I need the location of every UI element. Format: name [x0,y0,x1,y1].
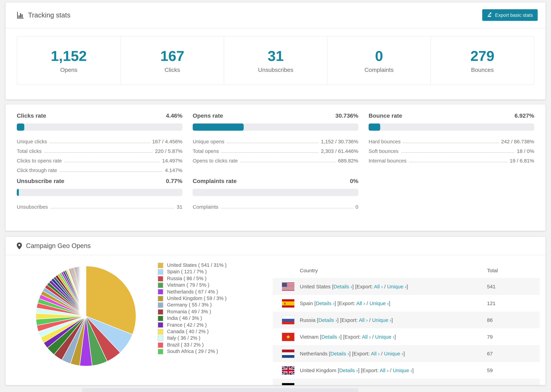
details-link[interactable]: Details › [333,284,352,289]
country-cell: Russia [Details ›] [Export: All › / Uniq… [300,317,487,323]
country-name: United States [300,284,331,289]
rate-detail-row: Unique opens1,152 / 30.736% [193,135,358,144]
details-link[interactable]: Details › [324,384,343,385]
details-link[interactable]: Details › [316,300,335,306]
rate-value: 30.736% [335,112,358,119]
geo-opens-title: Campaign Geo Opens [26,242,91,250]
flag-icon-nl [282,350,294,358]
rate-head: Opens rate30.736% [193,112,358,119]
geo-opens-legend: United States ( 541 / 31% )Spain ( 121 /… [158,262,226,355]
total-value: 541 [487,284,540,289]
legend-label: Spain ( 121 / 7% ) [167,269,207,275]
legend-label: United States ( 541 / 31% ) [167,262,226,269]
tracking-stats-header: Tracking stats Export basic stats [6,2,545,28]
stats-summary-grid: 1,152Opens167Clicks31Unsubscribes0Compla… [17,36,534,85]
rate-detail-row: Clicks to opens rate14.497% [17,154,182,163]
export-unique-link[interactable]: Unique › [384,351,403,357]
details-link[interactable]: Details › [321,334,340,340]
stat-label: Unsubscribes [258,67,293,73]
details-link[interactable]: Details › [330,351,349,357]
legend-swatch [158,269,163,275]
rate-detail-rows: Unique opens1,152 / 30.736%Total opens2,… [193,135,358,163]
table-row: United States [Details ›] [Export: All ›… [273,278,540,295]
rate-detail-rows: Unique clicks167 / 4.456%Total clicks220… [17,135,182,173]
legend-swatch [158,263,163,268]
rate-block-opens-rate: Opens rate30.736%Unique opens1,152 / 30.… [193,112,358,173]
legend-swatch [158,349,163,354]
stat-label: Opens [60,67,77,73]
detail-value: 2,303 / 61.446% [321,148,358,154]
export-unique-link[interactable]: Unique › [369,300,389,306]
bracket-text: ] [Export: [340,334,362,340]
legend-label: Vietnam ( 79 / 5% ) [167,282,209,288]
export-basic-stats-button[interactable]: Export basic stats [482,9,538,21]
map-pin-icon [17,242,22,249]
geo-table-header-row: Country Total [273,262,540,278]
rate-detail-row: Hard bounces242 / 86.738% [369,135,534,144]
total-value: 86 [487,317,540,323]
campaign-geo-opens-card: Campaign Geo Opens United States ( 541 /… [6,237,545,385]
export-unique-link[interactable]: Unique › [377,384,397,385]
stat-label: Bounces [471,67,494,73]
bracket-text: [ [331,284,333,289]
export-all-link[interactable]: All › [359,317,368,323]
legend-item: Vietnam ( 79 / 5% ) [158,282,226,288]
detail-value: 1,152 / 30.736% [321,139,358,144]
detail-label: Click through rate [17,167,57,173]
total-value: 59 [487,367,540,373]
export-unique-link[interactable]: Unique › [372,317,391,323]
detail-label: Unique clicks [17,139,47,144]
stat-opens: 1,152Opens [17,37,120,84]
export-all-link[interactable]: All › [371,351,380,357]
export-all-link[interactable]: All › [374,284,383,289]
legend-swatch [158,329,163,335]
legend-item: Brazil ( 33 / 2% ) [158,342,226,348]
bar-chart-icon [17,12,24,19]
bracket-text: [ [313,300,316,306]
dotted-leader [221,208,353,208]
rate-detail-row: Unsubscribes31 [17,200,182,210]
bracket-text: / [380,351,384,357]
stat-bounces: 279Bounces [431,37,534,84]
rate-value: 0% [350,178,358,185]
export-all-link[interactable]: All › [380,367,389,373]
legend-item: Netherlands ( 67 / 4% ) [158,288,226,295]
export-all-link[interactable]: All › [362,334,371,340]
legend-label: Italy ( 36 / 2% ) [167,335,200,342]
bracket-text: ] [395,334,396,340]
dashboard-page: Tracking stats Export basic stats 1,152O… [0,0,551,392]
detail-value: 4.147% [165,167,182,173]
flag-icon-us [282,282,294,291]
pie-slice [86,266,86,316]
export-unique-link[interactable]: Unique › [375,334,395,340]
detail-value: 242 / 86.738% [501,139,534,144]
legend-item: United Kingdom ( 59 / 3% ) [158,295,226,302]
export-unique-link[interactable]: Unique › [393,367,412,373]
dotted-leader [409,162,507,162]
export-all-link[interactable]: All › [356,300,365,306]
legend-swatch [158,336,163,341]
legend-item: Russia ( 86 / 5% ) [158,275,226,282]
flag-icon-vn [282,333,294,341]
stat-unsubscribes: 31Unsubscribes [224,37,327,84]
detail-label: Clicks to opens rate [17,158,62,163]
table-row: United Kingdom [Details ›] [Export: All … [273,362,540,379]
rate-detail-row: Total clicks220 / 5.87% [17,144,182,154]
stat-value: 167 [160,48,184,64]
legend-swatch [158,309,163,315]
bracket-text: ] [Export: [343,384,364,385]
detail-value: 0 [355,204,358,210]
details-link[interactable]: Details › [318,317,337,323]
rates-grid: Clicks rate4.46%Unique clicks167 / 4.456… [17,112,534,210]
bracket-text: ] [Export: [352,284,374,289]
detail-label: Total clicks [17,148,42,154]
legend-swatch [158,283,163,288]
export-all-link[interactable]: All › [364,384,373,385]
bracket-text: [ [316,317,318,323]
country-column-header: Country [273,267,487,273]
export-button-label: Export basic stats [495,12,533,18]
export-unique-link[interactable]: Unique › [387,284,406,289]
bracket-text: ] [397,384,398,385]
details-link[interactable]: Details › [339,367,358,373]
rate-block-complaints-rate: Complaints rate0%Complaints0 [193,178,358,210]
